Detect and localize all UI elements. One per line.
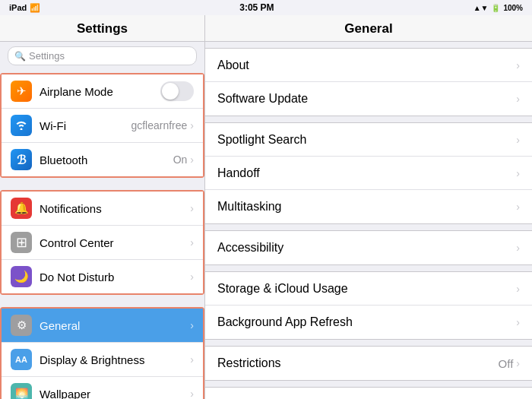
right-item-multitasking[interactable]: Multitasking ›	[205, 190, 532, 223]
about-label: About	[217, 59, 516, 72]
wallpaper-label: Wallpaper	[40, 388, 190, 400]
restrictions-chevron: ›	[516, 357, 520, 369]
control-center-label: Control Center	[40, 236, 190, 249]
left-panel-title: Settings	[77, 21, 128, 36]
right-panel: General About › Software Update › Spotli…	[205, 15, 532, 399]
software-update-label: Software Update	[217, 92, 516, 106]
main-layout: Settings 🔍 Settings ✈ Airplane Mode	[0, 15, 532, 399]
settings-group-notifications-bordered: 🔔 Notifications › ⊞ Control Center › 🌙 D…	[0, 190, 204, 295]
sidebar-item-display[interactable]: AA Display & Brightness ›	[2, 343, 203, 377]
status-time: 3:05 PM	[239, 2, 274, 13]
accessibility-chevron: ›	[516, 242, 520, 254]
search-input-wrap[interactable]: 🔍 Settings	[8, 46, 197, 65]
search-icon: 🔍	[14, 51, 26, 62]
divider-2	[0, 298, 204, 304]
wifi-chevron: ›	[190, 119, 194, 131]
bluetooth-label: Bluetooth	[40, 154, 173, 166]
right-item-datetime[interactable]: Date & Time ›	[205, 388, 532, 399]
control-center-chevron: ›	[190, 236, 194, 249]
left-panel: Settings 🔍 Settings ✈ Airplane Mode	[0, 15, 205, 399]
ipad-label: iPad	[9, 3, 27, 12]
sidebar-item-general[interactable]: ⚙ General ›	[2, 309, 203, 343]
sidebar-item-notifications[interactable]: 🔔 Notifications ›	[2, 192, 203, 226]
right-item-about[interactable]: About ›	[205, 49, 532, 82]
status-bar: iPad 📶 3:05 PM ▲▼ 🔋 100%	[0, 0, 532, 15]
multitasking-chevron: ›	[516, 201, 520, 213]
settings-list: ✈ Airplane Mode Wi-Fi	[0, 70, 204, 399]
about-chevron: ›	[516, 59, 520, 71]
settings-group-network-bordered: ✈ Airplane Mode Wi-Fi	[0, 73, 204, 178]
general-icon: ⚙	[11, 315, 32, 336]
left-header: Settings	[0, 15, 204, 42]
general-chevron: ›	[190, 319, 194, 331]
right-group-storage: Storage & iCloud Usage › Background App …	[205, 271, 532, 340]
right-panel-title: General	[344, 21, 392, 36]
divider-1	[0, 181, 204, 187]
right-group-accessibility: Accessibility ›	[205, 230, 532, 265]
bluetooth-chevron: ›	[190, 154, 194, 166]
handoff-chevron: ›	[516, 167, 520, 179]
status-right: ▲▼ 🔋 100%	[473, 4, 523, 12]
right-item-storage[interactable]: Storage & iCloud Usage ›	[205, 272, 532, 306]
right-group-spotlight: Spotlight Search › Handoff › Multitaskin…	[205, 122, 532, 224]
do-not-disturb-label: Do Not Disturb	[40, 271, 190, 283]
bg-refresh-label: Background App Refresh	[217, 315, 516, 329]
general-label: General	[40, 319, 190, 332]
right-group-restrictions: Restrictions Off ›	[205, 346, 532, 381]
airplane-icon: ✈	[11, 81, 32, 102]
wifi-value: gcflearnfree	[131, 119, 187, 131]
handoff-label: Handoff	[217, 166, 516, 180]
bg-refresh-chevron: ›	[516, 316, 520, 328]
right-item-software-update[interactable]: Software Update ›	[205, 82, 532, 116]
control-center-icon: ⊞	[11, 232, 32, 253]
right-header: General	[205, 15, 532, 42]
wifi-status-icon: 📶	[30, 3, 40, 13]
wifi-label: Wi-Fi	[40, 119, 131, 132]
right-item-handoff[interactable]: Handoff ›	[205, 157, 532, 190]
sidebar-item-wallpaper[interactable]: 🌅 Wallpaper ›	[2, 377, 203, 399]
notifications-label: Notifications	[40, 202, 190, 215]
wallpaper-icon: 🌅	[11, 383, 32, 399]
right-group-about: About › Software Update ›	[205, 48, 532, 116]
bluetooth-icon: ℬ	[11, 149, 32, 170]
status-left: iPad 📶	[9, 3, 40, 13]
restrictions-label: Restrictions	[217, 356, 499, 370]
sidebar-item-wifi[interactable]: Wi-Fi gcflearnfree ›	[2, 109, 203, 143]
settings-group-notifications: 🔔 Notifications › ⊞ Control Center › 🌙 D…	[0, 190, 204, 295]
right-item-spotlight[interactable]: Spotlight Search ›	[205, 123, 532, 157]
search-input[interactable]: Settings	[29, 50, 65, 62]
display-icon: AA	[11, 349, 32, 370]
storage-chevron: ›	[516, 283, 520, 295]
sidebar-item-do-not-disturb[interactable]: 🌙 Do Not Disturb ›	[2, 260, 203, 293]
notifications-chevron: ›	[190, 202, 194, 214]
notifications-icon: 🔔	[11, 198, 32, 219]
wifi-icon	[11, 115, 32, 136]
settings-group-network: ✈ Airplane Mode Wi-Fi	[0, 73, 204, 178]
accessibility-label: Accessibility	[217, 241, 516, 255]
sidebar-item-airplane[interactable]: ✈ Airplane Mode	[2, 74, 203, 109]
spotlight-chevron: ›	[516, 134, 520, 146]
airplane-toggle[interactable]	[160, 81, 194, 101]
settings-group-general: ⚙ General › AA Display & Brightness › 🌅 …	[0, 307, 204, 399]
search-bar[interactable]: 🔍 Settings	[0, 42, 204, 70]
sidebar-item-control-center[interactable]: ⊞ Control Center ›	[2, 226, 203, 260]
restrictions-value: Off	[499, 357, 514, 370]
right-group-datetime: Date & Time › Keyboard ›	[205, 387, 532, 399]
battery-label: 100%	[503, 4, 523, 12]
display-label: Display & Brightness	[40, 353, 190, 366]
do-not-disturb-icon: 🌙	[11, 266, 32, 287]
settings-group-general-bordered: ⚙ General › AA Display & Brightness › 🌅 …	[0, 307, 204, 399]
right-item-restrictions[interactable]: Restrictions Off ›	[205, 347, 532, 380]
right-item-accessibility[interactable]: Accessibility ›	[205, 231, 532, 264]
airplane-label: Airplane Mode	[40, 85, 160, 98]
software-update-chevron: ›	[516, 93, 520, 105]
sidebar-item-bluetooth[interactable]: ℬ Bluetooth On ›	[2, 143, 203, 176]
spotlight-label: Spotlight Search	[217, 133, 516, 147]
signal-icon: ▲▼	[473, 4, 489, 12]
battery-icon: 🔋	[491, 4, 500, 12]
bluetooth-value: On	[173, 154, 188, 166]
right-item-bg-refresh[interactable]: Background App Refresh ›	[205, 306, 532, 339]
multitasking-label: Multitasking	[217, 200, 516, 214]
storage-label: Storage & iCloud Usage	[217, 282, 516, 296]
wallpaper-chevron: ›	[190, 388, 194, 399]
